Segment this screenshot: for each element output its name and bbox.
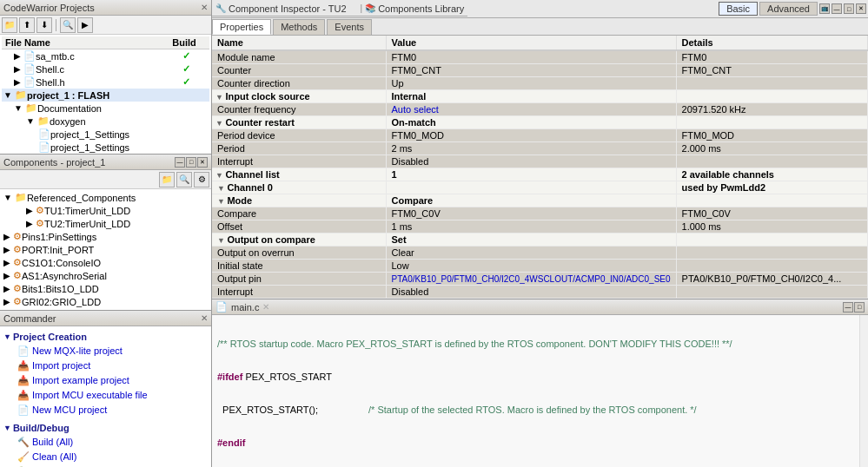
tab-methods[interactable]: Methods	[273, 19, 325, 35]
comp-view-btn[interactable]: 🔍	[176, 172, 192, 187]
prop-group-input-clock[interactable]: Input clock source Internal	[212, 90, 868, 103]
cmd-clean[interactable]: 🧹Clean (All)	[3, 450, 208, 464]
toolbar-search-btn[interactable]: 🔍	[60, 17, 76, 33]
tree-item-sa-mtb[interactable]: ▶ 📄 sa_mtb.c ✓	[2, 49, 209, 62]
commander-titlebar: Commander ✕	[0, 311, 211, 326]
prop-offset[interactable]: Offset 1 ms 1.000 ms	[212, 220, 868, 234]
folder-icon: 📁	[25, 102, 37, 114]
prop-name: Input clock source	[212, 90, 386, 103]
code-scrollbar[interactable]	[859, 315, 868, 467]
tree-col-build: Build	[162, 37, 206, 48]
components-maximize-btn[interactable]: □	[186, 157, 196, 168]
prop-value: Clear	[386, 247, 676, 260]
new-mcu-icon: 📄	[17, 405, 30, 415]
section-project-creation[interactable]: Project Creation	[3, 330, 208, 344]
comp-bits1[interactable]: ▶ ⚙ Bits1:Bits1O_LDD	[2, 282, 209, 295]
comp-tu1[interactable]: ▶ ⚙ TU1:TimerUnit_LDD	[2, 204, 209, 217]
comp-icon: ⚙	[36, 205, 44, 216]
comp-icon: ⚙	[13, 244, 22, 255]
tree-item-project-flash[interactable]: ▼ 📁 project_1 : FLASH	[2, 89, 209, 102]
prop-details: used by PwmLdd2	[676, 181, 867, 194]
comp-as1[interactable]: ▶ ⚙ AS1:AsynchroSerial	[2, 269, 209, 282]
comp-add-btn[interactable]: 📁	[159, 172, 175, 187]
tree-item-proj-settings-1[interactable]: 📄 project_1_Settings	[2, 128, 209, 141]
basic-tab-btn[interactable]: Basic	[719, 2, 758, 16]
prop-name: Period	[212, 142, 386, 155]
toolbar-up-btn[interactable]: ⬆	[19, 17, 35, 33]
inspector-monitor-btn[interactable]: 📺	[819, 3, 830, 14]
prop-initial-state[interactable]: Initial state Low	[212, 260, 868, 273]
tree-item-shell-c[interactable]: ▶ 📄 Shell.c ✓	[2, 62, 209, 76]
components-close-btn[interactable]: ✕	[197, 157, 208, 168]
prop-compare[interactable]: Compare FTM0_C0V FTM0_C0V	[212, 207, 868, 220]
code-editor[interactable]: /** RTOS startup code. Macro PEX_RTOS_ST…	[212, 315, 868, 467]
import-example-icon: 📥	[17, 375, 30, 385]
tree-item-label: Shell.h	[36, 77, 164, 88]
components-minimize-btn[interactable]: —	[175, 157, 185, 168]
tab-events[interactable]: Events	[327, 19, 372, 35]
comp-tu2[interactable]: ▶ ⚙ TU2:TimerUnit_LDD	[2, 217, 209, 230]
inspector-close-btn[interactable]: ✕	[856, 3, 866, 14]
comp-settings-btn[interactable]: ⚙	[194, 172, 209, 187]
cmd-import-mcu[interactable]: 📥Import MCU executable file	[3, 388, 208, 403]
code-close-icon[interactable]: ✕	[262, 302, 269, 312]
prop-group-channel-list[interactable]: Channel list 1 2 available channels	[212, 168, 868, 181]
cmd-build[interactable]: 🔨Build (All)	[3, 435, 208, 450]
prop-output-pin[interactable]: Output pin PTA0/KB10_P0/FTM0_CH0/I2C0_4W…	[212, 273, 868, 286]
cmd-new-mcu[interactable]: 📄New MCU project	[3, 403, 208, 418]
code-line: /** RTOS startup code. Macro PEX_RTOS_ST…	[217, 338, 854, 350]
comp-port[interactable]: ▶ ⚙ PORT:Init_PORT	[2, 243, 209, 256]
cmd-import-example[interactable]: 📥Import example project	[3, 373, 208, 388]
prop-interrupt-1[interactable]: Interrupt Disabled	[212, 155, 868, 168]
inspector-minimize-btn[interactable]: —	[832, 3, 842, 14]
inspector-maximize-btn[interactable]: □	[844, 3, 854, 14]
prop-group-output-compare[interactable]: Output on compare Set	[212, 234, 868, 247]
tree-item-documentation[interactable]: ▼ 📁 Documentation	[2, 102, 209, 115]
cw-projects-close-icon[interactable]: ✕	[201, 3, 208, 12]
commander-title: Commander	[3, 313, 201, 324]
cmd-import-project[interactable]: 📥Import project	[3, 358, 208, 373]
comp-icon: ⚙	[13, 283, 22, 294]
prop-period[interactable]: Period 2 ms 2.000 ms	[212, 142, 868, 155]
toolbar-run-btn[interactable]: ▶	[77, 17, 93, 33]
prop-interrupt-2[interactable]: Interrupt Disabled	[212, 286, 868, 299]
comp-csio1[interactable]: ▶ ⚙ CS1O1:ConsoleIO	[2, 256, 209, 269]
toolbar-new-btn[interactable]: 📁	[2, 17, 17, 33]
folder-icon: 📁	[37, 115, 50, 127]
prop-name: Counter	[212, 64, 386, 77]
expand-icon: ▶	[3, 284, 10, 293]
code-minimize-btn[interactable]: —	[843, 302, 853, 312]
prop-counter-dir[interactable]: Counter direction Up	[212, 77, 868, 90]
prop-counter[interactable]: Counter FTM0_CNT FTM0_CNT	[212, 64, 868, 77]
prop-details	[676, 194, 867, 207]
expand-icon: ▶	[14, 77, 21, 87]
prop-name: Interrupt	[212, 155, 386, 168]
prop-group-channel0[interactable]: Channel 0 used by PwmLdd2	[212, 181, 868, 194]
prop-counter-freq[interactable]: Counter frequency Auto select 20971.520 …	[212, 103, 868, 116]
comp-grio2[interactable]: ▶ ⚙ GRI02:GRIO_LDD	[2, 295, 209, 308]
cmd-new-mqx[interactable]: 📄New MQX-lite project	[3, 344, 208, 358]
comp-referenced[interactable]: ▼ 📁 Referenced_Components	[2, 191, 209, 204]
prop-module-name[interactable]: Module name FTM0 FTM0	[212, 50, 868, 64]
tree-item-doxygen[interactable]: ▼ 📁 doxygen	[2, 115, 209, 128]
prop-value: 1	[386, 168, 676, 181]
section-build-debug[interactable]: Build/Debug	[3, 421, 208, 435]
comp-icon: ⚙	[13, 231, 22, 242]
code-maximize-btn[interactable]: □	[854, 302, 865, 312]
comp-pins1[interactable]: ▶ ⚙ Pins1:PinSettings	[2, 230, 209, 243]
comp-item-label: GRI02:GRIO_LDD	[22, 297, 101, 307]
tree-item-proj-settings-2[interactable]: 📄 project_1_Settings	[2, 141, 209, 154]
prop-name: Interrupt	[212, 286, 386, 299]
comp-item-label: Referenced_Components	[27, 193, 136, 203]
prop-group-counter-restart[interactable]: Counter restart On-match	[212, 116, 868, 129]
prop-name: Counter frequency	[212, 103, 386, 116]
inspector-header: 🔧 Component Inspector - TU2 | 📚 Componen…	[212, 0, 868, 18]
toolbar-down-btn[interactable]: ⬇	[36, 17, 52, 33]
prop-group-mode[interactable]: Mode Compare	[212, 194, 868, 207]
commander-close-icon[interactable]: ✕	[201, 313, 208, 323]
tab-properties[interactable]: Properties	[212, 19, 271, 35]
tree-item-shell-h[interactable]: ▶ 📄 Shell.h ✓	[2, 76, 209, 89]
advanced-tab-btn[interactable]: Advanced	[759, 2, 818, 16]
prop-period-device[interactable]: Period device FTM0_MOD FTM0_MOD	[212, 129, 868, 142]
prop-output-overrun[interactable]: Output on overrun Clear	[212, 247, 868, 260]
